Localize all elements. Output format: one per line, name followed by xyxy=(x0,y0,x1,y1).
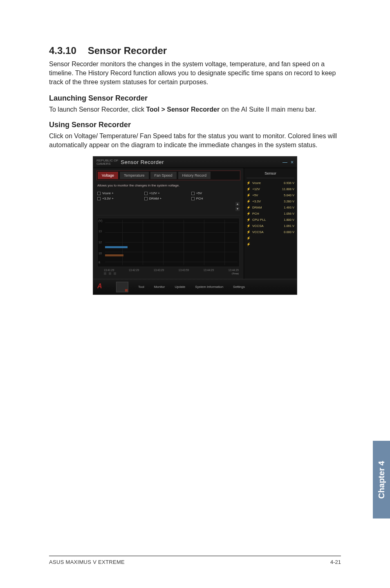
sensor-row: ⚡Vcore0.936 V xyxy=(247,180,294,186)
plug-icon: ⚡ xyxy=(247,212,251,215)
plug-icon: ⚡ xyxy=(247,224,251,228)
timeline-tick[interactable] xyxy=(114,272,116,275)
check-label: +12V + xyxy=(149,191,160,195)
footer-page-number: 4-21 xyxy=(330,559,341,565)
sensor-row: ⚡VCCSA0.000 V xyxy=(247,229,294,235)
sensor-name: DRAM xyxy=(252,206,284,209)
time-label: 13:41:29 xyxy=(104,269,114,272)
launch-post: on the AI Suite II main menu bar. xyxy=(220,106,316,113)
sensor-name: +5V xyxy=(252,193,284,197)
sensor-row: ⚡+3.3V3.280 V xyxy=(247,198,294,204)
y-label: 10 xyxy=(99,252,102,255)
sensor-row: ⚡VCCSA1.091 V xyxy=(247,223,294,229)
sensor-row-inactive: ⚡ xyxy=(247,235,294,241)
x-axis-labels: 13:41:29 13:42:29 13:43:29 13:43:59 13:4… xyxy=(96,269,240,272)
window-title: Sensor Recorder xyxy=(121,159,164,165)
sensor-name: Vcore xyxy=(252,181,284,185)
chapter-tab: Chapter 4 xyxy=(373,441,390,518)
sensor-name: PCH xyxy=(252,212,284,215)
section-heading: 4.3.10Sensor Recorder xyxy=(49,45,341,56)
sensor-row: ⚡DRAM1.493 V xyxy=(247,204,294,211)
sensor-name: +3.3V xyxy=(252,200,284,203)
using-text: Click on Voltage/ Temperature/ Fan Speed… xyxy=(49,132,341,150)
time-label: 13:44:29 xyxy=(204,269,214,272)
plot-line-2 xyxy=(105,254,123,256)
sensor-value: 1.493 V xyxy=(284,206,294,209)
sensor-value: 5.040 V xyxy=(284,193,294,197)
plug-icon: ⚡ xyxy=(247,181,251,185)
check-label: DRAM + xyxy=(149,197,161,200)
sensor-value: 0.936 V xyxy=(284,181,294,185)
plot-area: (V) 13 12 10 8 xyxy=(97,218,240,267)
sensor-row: ⚡+5V5.040 V xyxy=(247,192,294,198)
plug-icon: ⚡ xyxy=(247,200,251,203)
time-label: 13:44:29 xyxy=(229,269,239,272)
intro-paragraph: Sensor Recorder monitors the changes in … xyxy=(49,60,341,87)
bottom-settings-button[interactable]: Settings xyxy=(233,285,245,289)
y-label: 13 xyxy=(99,230,102,233)
sensor-name: VCCSA xyxy=(252,230,284,234)
timeline-controls: (Time) xyxy=(96,272,240,276)
bottom-monitor-button[interactable]: Monitor xyxy=(154,285,165,289)
time-label: 13:43:59 xyxy=(179,269,189,272)
sensor-value: 11.808 V xyxy=(282,187,294,191)
plug-icon: ⚡ xyxy=(247,187,251,191)
check-12v[interactable]: +12V + xyxy=(144,191,191,195)
check-label: +5V xyxy=(196,191,202,195)
check-label: +3.3V + xyxy=(102,197,114,200)
check-label: Vcore + xyxy=(102,191,114,195)
launching-text: To launch Sensor Recorder, click Tool > … xyxy=(49,105,341,114)
timeline-tick[interactable] xyxy=(109,272,111,275)
sensor-row: ⚡+12V11.808 V xyxy=(247,186,294,192)
y-label: 8 xyxy=(99,261,100,264)
sensor-recorder-screenshot: REPUBLIC OF GAMERS Sensor Recorder — × V… xyxy=(93,156,297,295)
asus-logo-icon: A xyxy=(97,283,106,292)
check-3v[interactable]: +3.3V + xyxy=(97,197,144,200)
check-vcore[interactable]: Vcore + xyxy=(97,191,144,195)
plug-icon: ⚡ xyxy=(247,193,251,197)
minimize-button[interactable]: — xyxy=(282,159,287,165)
bottom-toolbar: A Tool Monitor Update System Information… xyxy=(93,279,297,294)
sensor-value: 1.800 V xyxy=(284,218,294,222)
sensor-name: VCCSA xyxy=(252,224,284,228)
scroll-up-button[interactable]: ▲ xyxy=(235,202,240,206)
check-label: PCH xyxy=(196,197,203,200)
tab-bar: Voltage Temperature Fan Speed History Re… xyxy=(96,171,240,180)
check-dram[interactable]: DRAM + xyxy=(144,197,191,200)
launching-heading: Launching Sensor Recorder xyxy=(49,94,341,103)
sensor-row: ⚡CPU PLL1.800 V xyxy=(247,217,294,223)
sensor-row-inactive: ⚡ xyxy=(247,241,294,247)
section-title-text: Sensor Recorder xyxy=(88,45,167,56)
plug-icon: ⚡ xyxy=(247,242,251,246)
section-number: 4.3.10 xyxy=(49,45,76,56)
page-footer: ASUS MAXIMUS V EXTREME 4-21 xyxy=(49,556,341,565)
timeline-tick[interactable] xyxy=(104,272,106,275)
sensor-panel: Sensor ⚡Vcore0.936 V ⚡+12V11.808 V ⚡+5V5… xyxy=(244,168,297,279)
voltage-checks: Vcore + +12V + +5V +3.3V + DRAM + PCH ▲ … xyxy=(96,190,240,215)
window-titlebar: REPUBLIC OF GAMERS Sensor Recorder — × xyxy=(93,157,297,168)
footer-product: ASUS MAXIMUS V EXTREME xyxy=(49,559,125,565)
plug-icon: ⚡ xyxy=(247,218,251,222)
tab-voltage[interactable]: Voltage xyxy=(98,172,118,179)
tab-hint: Allows you to monitor the changes in the… xyxy=(97,184,240,187)
sensor-row: ⚡PCH1.056 V xyxy=(247,211,294,217)
launch-pre: To launch Sensor Recorder, click xyxy=(49,106,146,113)
brand-line-2: GAMERS xyxy=(96,162,118,166)
sensor-value: 3.280 V xyxy=(284,200,294,203)
close-button[interactable]: × xyxy=(291,159,294,165)
tab-fan-speed[interactable]: Fan Speed xyxy=(150,172,177,179)
plot-line-1 xyxy=(105,246,128,248)
check-pch[interactable]: PCH xyxy=(191,197,238,200)
tab-temperature[interactable]: Temperature xyxy=(120,172,149,179)
tab-history-record[interactable]: History Record xyxy=(178,172,211,179)
bottom-sysinfo-button[interactable]: System Information xyxy=(195,285,223,289)
plug-icon: ⚡ xyxy=(247,230,251,234)
cpu-chip-icon xyxy=(116,282,128,292)
check-5v[interactable]: +5V xyxy=(191,191,238,195)
plug-icon: ⚡ xyxy=(247,206,251,209)
launch-bold: Tool > Sensor Recorder xyxy=(146,106,220,113)
scroll-down-button[interactable]: ▼ xyxy=(235,207,240,211)
rog-brand: REPUBLIC OF GAMERS xyxy=(96,159,121,166)
bottom-update-button[interactable]: Update xyxy=(175,285,185,289)
bottom-tool-button[interactable]: Tool xyxy=(138,285,144,289)
